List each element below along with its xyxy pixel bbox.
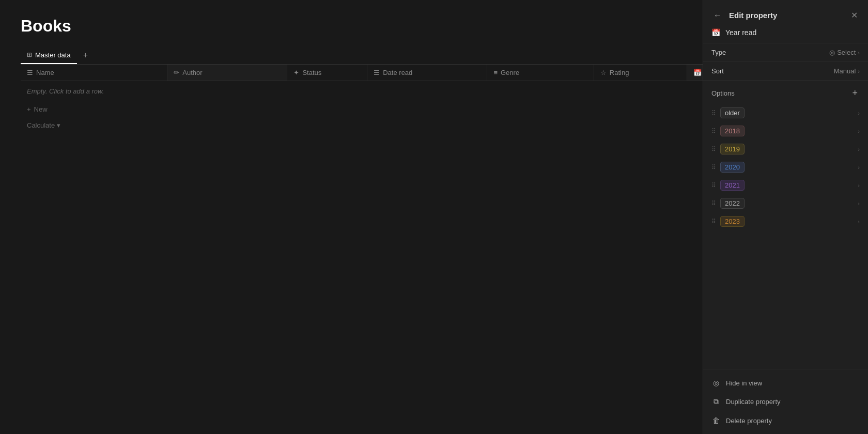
type-select-icon: ◎ bbox=[829, 49, 835, 56]
option-chevron-icon: › bbox=[858, 146, 860, 152]
action-icon-delete: 🗑 bbox=[711, 416, 721, 425]
options-header: Options + bbox=[703, 81, 868, 104]
col-header-status[interactable]: ✦ Status bbox=[287, 65, 367, 81]
sort-row[interactable]: Sort Manual › bbox=[703, 62, 868, 81]
option-tag-older: older bbox=[720, 107, 745, 118]
col-header-dateread[interactable]: ☰ Date read bbox=[367, 65, 487, 81]
option-chevron-icon: › bbox=[858, 219, 860, 225]
option-chevron-icon: › bbox=[858, 128, 860, 134]
bottom-actions: ◎ Hide in view ⧉ Duplicate property 🗑 De… bbox=[703, 369, 868, 434]
action-label-delete: Delete property bbox=[726, 417, 772, 425]
drag-handle-icon: ⠿ bbox=[711, 182, 716, 189]
action-icon-duplicate: ⧉ bbox=[711, 397, 721, 406]
col-header-genre[interactable]: ≡ Genre bbox=[487, 65, 594, 81]
sort-chevron-icon: › bbox=[858, 68, 860, 74]
action-delete[interactable]: 🗑 Delete property bbox=[703, 411, 868, 430]
empty-message: Empty. Click to add a row. bbox=[27, 87, 104, 95]
option-tag-2021: 2021 bbox=[720, 180, 745, 191]
dateread-col-icon: ☰ bbox=[374, 69, 380, 76]
option-tag-2022: 2022 bbox=[720, 198, 745, 209]
drag-handle-icon: ⠿ bbox=[711, 218, 716, 225]
option-item-2018[interactable]: ⠿ 2018 › bbox=[703, 122, 868, 140]
type-chevron-icon: › bbox=[858, 50, 860, 56]
new-row-label: New bbox=[34, 105, 48, 113]
back-button[interactable]: ← bbox=[711, 9, 724, 22]
option-chevron-icon: › bbox=[858, 182, 860, 189]
name-col-icon: ☰ bbox=[27, 69, 33, 76]
option-chevron-icon: › bbox=[858, 110, 860, 116]
option-tag-2023: 2023 bbox=[720, 216, 745, 227]
rating-col-icon: ☆ bbox=[600, 69, 607, 76]
action-label-duplicate: Duplicate property bbox=[726, 398, 781, 406]
add-tab-button[interactable]: + bbox=[79, 48, 92, 63]
drag-handle-icon: ⠿ bbox=[711, 128, 716, 135]
type-label: Type bbox=[711, 49, 726, 56]
option-item-2023[interactable]: ⠿ 2023 › bbox=[703, 212, 868, 230]
col-header-author[interactable]: ✏ Author bbox=[167, 65, 287, 81]
action-duplicate[interactable]: ⧉ Duplicate property bbox=[703, 392, 868, 411]
type-value-wrapper: ◎ Select › bbox=[829, 49, 860, 56]
table-icon: ⊞ bbox=[27, 51, 32, 58]
option-tag-2020: 2020 bbox=[720, 162, 745, 173]
drag-handle-icon: ⠿ bbox=[711, 110, 716, 117]
options-label: Options bbox=[711, 89, 735, 97]
edit-property-panel: ← Edit property ✕ 📅 Type ◎ Select › Sort… bbox=[703, 0, 868, 434]
option-item-2022[interactable]: ⠿ 2022 › bbox=[703, 194, 868, 212]
type-value: Select bbox=[837, 49, 856, 56]
action-icon-hide: ◎ bbox=[711, 379, 721, 387]
genre-col-icon: ≡ bbox=[493, 69, 498, 76]
status-col-icon: ✦ bbox=[293, 69, 299, 76]
drag-handle-icon: ⠿ bbox=[711, 146, 716, 153]
panel-header: ← Edit property ✕ bbox=[703, 0, 868, 22]
yearread-col-icon: 📅 bbox=[693, 69, 702, 76]
option-tag-2018: 2018 bbox=[720, 126, 745, 136]
property-name-input[interactable] bbox=[725, 28, 860, 37]
option-item-2019[interactable]: ⠿ 2019 › bbox=[703, 140, 868, 158]
option-item-2021[interactable]: ⠿ 2021 › bbox=[703, 176, 868, 194]
panel-header-left: ← Edit property bbox=[711, 9, 777, 22]
sort-label: Sort bbox=[711, 67, 724, 75]
option-item-older[interactable]: ⠿ older › bbox=[703, 104, 868, 122]
action-label-hide: Hide in view bbox=[726, 379, 762, 387]
property-name-row: 📅 bbox=[703, 22, 868, 43]
col-header-name[interactable]: ☰ Name bbox=[21, 65, 167, 81]
options-list: ⠿ older › ⠿ 2018 › ⠿ 2019 › ⠿ 2020 › ⠿ 2… bbox=[703, 104, 868, 230]
add-option-button[interactable]: + bbox=[850, 87, 860, 100]
option-chevron-icon: › bbox=[858, 164, 860, 171]
sort-value: Manual bbox=[834, 67, 856, 75]
option-tag-2019: 2019 bbox=[720, 144, 745, 154]
drag-handle-icon: ⠿ bbox=[711, 164, 716, 171]
type-row[interactable]: Type ◎ Select › bbox=[703, 43, 868, 62]
close-button[interactable]: ✕ bbox=[849, 8, 860, 22]
drag-handle-icon: ⠿ bbox=[711, 200, 716, 207]
tab-label: Master data bbox=[35, 51, 71, 59]
sort-value-wrapper: Manual › bbox=[834, 67, 860, 75]
option-item-2020[interactable]: ⠿ 2020 › bbox=[703, 158, 868, 176]
calculate-chevron-icon: ▾ bbox=[57, 121, 60, 129]
author-col-icon: ✏ bbox=[174, 69, 179, 76]
calculate-label: Calculate bbox=[27, 121, 55, 129]
option-chevron-icon: › bbox=[858, 200, 860, 207]
property-calendar-icon: 📅 bbox=[711, 28, 720, 37]
tab-master-data[interactable]: ⊞ Master data bbox=[21, 47, 77, 64]
plus-icon: + bbox=[27, 105, 31, 113]
action-hide[interactable]: ◎ Hide in view bbox=[703, 374, 868, 392]
col-header-rating[interactable]: ☆ Rating bbox=[594, 65, 687, 81]
panel-title: Edit property bbox=[729, 11, 777, 20]
tabs-bar: ⊞ Master data + bbox=[21, 47, 92, 64]
